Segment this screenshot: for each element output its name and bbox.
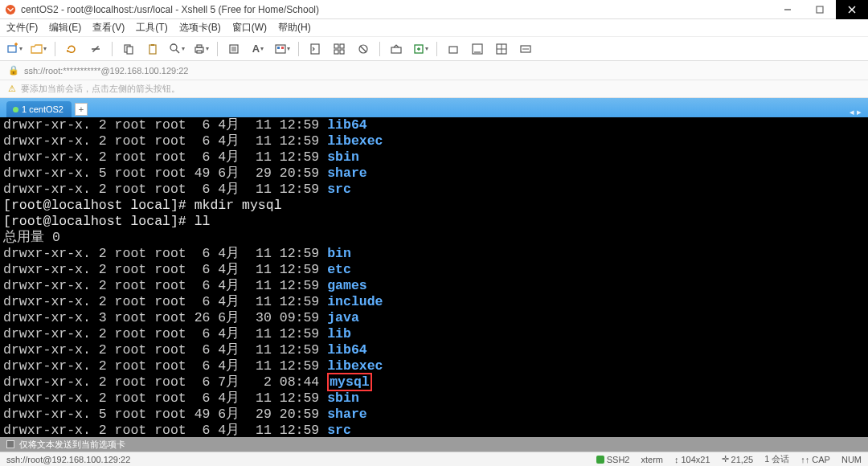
terminal-pane[interactable]: drwxr-xr-x. 2 root root 6 4月 11 12:59 li…: [0, 117, 868, 437]
ssh-badge-icon: [596, 456, 604, 464]
hint-text: 要添加当前会话，点击左侧的箭头按钮。: [21, 83, 180, 95]
layout-icon[interactable]: [493, 41, 510, 57]
xftp-icon[interactable]: [412, 41, 428, 57]
properties-icon[interactable]: [226, 41, 242, 57]
svg-point-0: [6, 4, 15, 14]
svg-rect-24: [277, 47, 280, 49]
status-bar: ssh://root@192.168.100.129:22 SSH2 xterm…: [0, 452, 868, 466]
scripts-icon[interactable]: [307, 41, 323, 57]
paste-icon[interactable]: [145, 41, 161, 57]
print-icon[interactable]: [193, 41, 209, 57]
status-size: ↕ 104x21: [674, 455, 710, 464]
minimize-button[interactable]: [772, 0, 804, 19]
status-dot-icon: [13, 107, 18, 112]
svg-rect-12: [149, 45, 156, 54]
svg-rect-30: [340, 50, 344, 54]
menu-edit[interactable]: 编辑(E): [49, 21, 81, 35]
menu-tools[interactable]: 工具(T): [136, 21, 167, 35]
compose-bar[interactable]: 仅将文本发送到当前选项卡: [0, 437, 868, 452]
fullscreen-icon[interactable]: [331, 41, 347, 57]
status-term: xterm: [641, 455, 664, 464]
svg-rect-5: [8, 46, 16, 52]
menu-view[interactable]: 查看(V): [92, 21, 125, 35]
copy-icon[interactable]: [121, 41, 137, 57]
transparency-icon[interactable]: [355, 41, 371, 57]
status-cursor: ✛ 21,25: [722, 454, 754, 464]
new-session-icon[interactable]: [6, 41, 23, 57]
reconnect-icon[interactable]: [63, 41, 80, 57]
status-sessions: 1 会话: [764, 453, 789, 465]
separator: [112, 42, 113, 56]
separator: [217, 42, 218, 56]
svg-rect-11: [127, 47, 133, 54]
menu-tab[interactable]: 选项卡(B): [179, 21, 221, 35]
open-session-icon[interactable]: [31, 41, 47, 57]
svg-rect-2: [817, 6, 823, 13]
lock-icon: 🔒: [8, 65, 19, 76]
svg-rect-35: [449, 47, 457, 53]
startup-icon[interactable]: [445, 41, 461, 57]
menu-bar: 文件(F) 编辑(E) 查看(V) 工具(T) 选项卡(B) 窗口(W) 帮助(…: [0, 19, 868, 37]
svg-rect-17: [197, 45, 202, 47]
svg-rect-18: [197, 51, 202, 53]
tab-label: 1 centOS2: [22, 104, 63, 114]
menu-window[interactable]: 窗口(W): [232, 21, 267, 35]
status-cap: ↑↑ CAP: [800, 455, 830, 464]
font-icon[interactable]: A: [250, 41, 266, 57]
svg-rect-25: [281, 47, 284, 49]
window-title: centOS2 - root@localhost:/usr/local - Xs…: [21, 4, 319, 15]
hint-bar: ⚠ 要添加当前会话，点击左侧的箭头按钮。: [0, 80, 868, 98]
toolbar: A: [0, 37, 868, 61]
svg-rect-29: [334, 50, 338, 54]
tab-overflow-icon[interactable]: ◂ ▸: [850, 107, 862, 117]
app-icon: [5, 4, 16, 15]
close-button[interactable]: [836, 0, 868, 19]
compose-icon[interactable]: [469, 41, 485, 57]
separator: [436, 42, 437, 56]
find-icon[interactable]: [169, 41, 185, 57]
maximize-button[interactable]: [804, 0, 836, 19]
svg-rect-28: [340, 44, 344, 48]
compose-hint: 仅将文本发送到当前选项卡: [19, 439, 125, 451]
title-bar: centOS2 - root@localhost:/usr/local - Xs…: [0, 0, 868, 19]
colors-icon[interactable]: [274, 41, 290, 57]
svg-rect-13: [151, 44, 154, 46]
stop-icon[interactable]: [6, 440, 14, 448]
quick-cmd-icon[interactable]: [518, 41, 534, 57]
svg-rect-23: [276, 45, 285, 53]
svg-line-15: [176, 50, 179, 53]
session-tab[interactable]: 1 centOS2: [6, 101, 72, 117]
separator: [298, 42, 299, 56]
menu-help[interactable]: 帮助(H): [278, 21, 311, 35]
svg-point-14: [170, 44, 177, 51]
svg-rect-27: [334, 44, 338, 48]
svg-rect-26: [311, 44, 319, 54]
address-bar: 🔒 ssh://root:***********@192.168.100.129…: [0, 61, 868, 80]
status-num: NUM: [841, 455, 862, 464]
address-text[interactable]: ssh://root:***********@192.168.100.129:2…: [24, 66, 188, 76]
add-tab-button[interactable]: +: [75, 103, 88, 116]
svg-rect-33: [391, 47, 401, 53]
disconnect-icon[interactable]: [88, 41, 104, 57]
status-conn: ssh://root@192.168.100.129:22: [6, 455, 130, 464]
warning-icon: ⚠: [8, 84, 16, 94]
menu-file[interactable]: 文件(F): [6, 21, 38, 35]
status-ssh: SSH2: [596, 455, 630, 464]
svg-line-32: [360, 46, 366, 52]
separator: [379, 42, 380, 56]
tab-strip: 1 centOS2 + ◂ ▸: [0, 98, 868, 117]
separator: [55, 42, 55, 56]
transfer-icon[interactable]: [388, 41, 404, 57]
